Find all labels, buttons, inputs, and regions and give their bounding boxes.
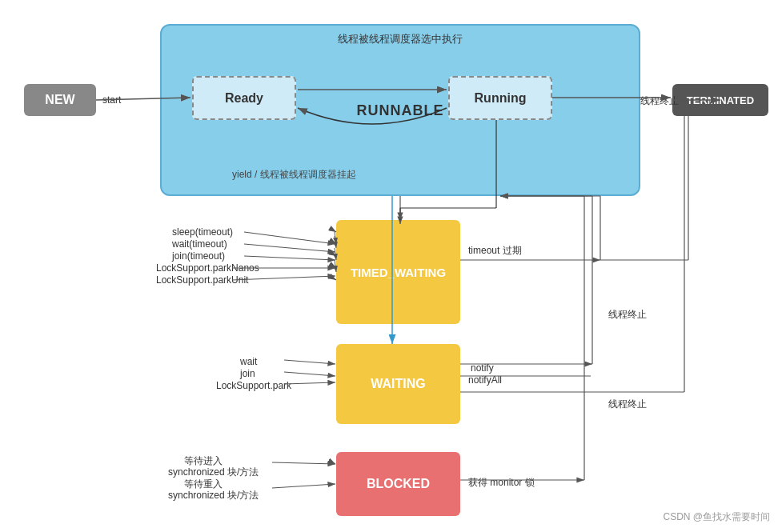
- yield-label: yield / 线程被线程调度器挂起: [232, 168, 356, 182]
- new-label: NEW: [45, 93, 74, 107]
- timeout-expired-label: timeout 过期: [468, 244, 522, 258]
- svg-line-16: [244, 256, 335, 260]
- diagram-container: 线程被线程调度器选中执行 RUNNABLE Ready Running NEW …: [0, 0, 782, 532]
- lock-park-label: LockSupport.park: [216, 380, 291, 391]
- running-label: Running: [475, 91, 527, 106]
- svg-line-25: [284, 360, 335, 364]
- join-label: join: [240, 368, 255, 379]
- join-timeout-label: join(timeout): [172, 250, 225, 262]
- running-box: Running: [448, 76, 552, 120]
- svg-line-27: [284, 382, 335, 384]
- svg-line-38: [272, 462, 335, 464]
- terminated-label: TERMINATED: [687, 94, 754, 106]
- svg-line-14: [244, 232, 335, 244]
- waiting-box: WAITING: [336, 344, 460, 424]
- notify-all-label: notifyAll: [468, 374, 502, 386]
- svg-line-37: [332, 462, 335, 464]
- lock-nanos-label: LockSupport.parkNanos: [156, 262, 259, 274]
- terminated-box: TERMINATED: [672, 84, 768, 116]
- waiting-label: WAITING: [371, 377, 425, 391]
- thread-end-timed-label: 线程终止: [608, 308, 647, 322]
- ready-label: Ready: [225, 91, 263, 106]
- thread-end-main-label: 线程终止: [640, 94, 679, 108]
- blocked-box: BLOCKED: [336, 452, 460, 516]
- runnable-title: RUNNABLE: [357, 102, 444, 118]
- svg-line-15: [244, 244, 335, 252]
- notify-label: notify: [471, 362, 494, 374]
- sleep-timeout-label: sleep(timeout): [172, 226, 233, 238]
- thread-end-waiting-label: 线程终止: [608, 398, 647, 411]
- get-monitor-label: 获得 monitor 锁: [468, 476, 535, 490]
- svg-line-39: [272, 484, 335, 488]
- thread-scheduler-label: 线程被线程调度器选中执行: [338, 32, 463, 46]
- timed-waiting-box: TIMED_WAITING: [336, 220, 460, 324]
- svg-line-26: [284, 372, 335, 376]
- blocked-label: BLOCKED: [367, 477, 430, 491]
- wait-timeout-label: wait(timeout): [172, 238, 227, 250]
- timed-waiting-label: TIMED_WAITING: [351, 266, 446, 279]
- wait-label: wait: [240, 356, 257, 367]
- watermark: CSDN @鱼找水需要时间: [663, 510, 770, 524]
- start-label: start: [102, 94, 121, 106]
- ready-box: Ready: [192, 76, 296, 120]
- lock-unit-label: LockSupport.parkUnit: [156, 274, 248, 286]
- reenter-sync-label2: synchronized 块/方法: [168, 489, 259, 502]
- new-box: NEW: [24, 84, 96, 116]
